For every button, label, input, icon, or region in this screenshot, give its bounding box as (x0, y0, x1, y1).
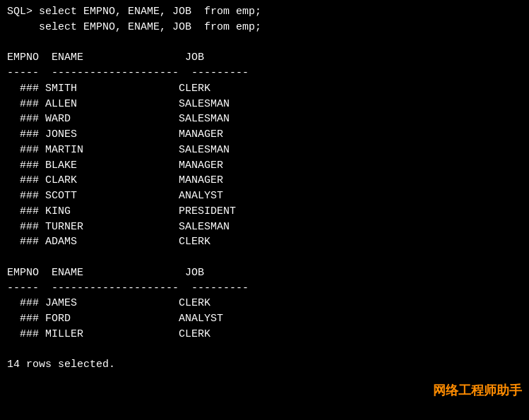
ename-header-2: ENAME (52, 267, 185, 279)
job-header: JOB (185, 52, 204, 64)
table-row: ### JONES MANAGER (7, 127, 522, 143)
table-row: ### WARD SALESMAN (7, 112, 522, 127)
table-row: ### CLARK MANAGER (7, 173, 522, 188)
watermark-text: 网络工程师助手 (433, 382, 522, 399)
table-row: ### BLAKE MANAGER (7, 158, 522, 174)
sql-prompt-line1: SQL> select EMPNO, ENAME, JOB from emp; (7, 4, 522, 20)
table-row: ### ADAMS CLERK (7, 234, 522, 250)
column-header-1: EMPNO ENAME JOB (7, 50, 522, 66)
separator-2: ----- -------------------- --------- (7, 281, 522, 296)
ename-header: ENAME (52, 52, 185, 64)
table-row: ### TURNER SALESMAN (7, 220, 522, 235)
table-row: ### SCOTT ANALYST (7, 188, 522, 204)
column-header-2: EMPNO ENAME JOB (7, 265, 522, 281)
table-row: ### FORD ANALYST (7, 311, 522, 327)
table-row: ### MILLER CLERK (7, 327, 522, 342)
empno-header: EMPNO (7, 52, 52, 64)
separator-1: ----- -------------------- --------- (7, 66, 522, 81)
terminal-window: SQL> select EMPNO, ENAME, JOB from emp; … (0, 0, 529, 420)
table-row: ### MARTIN SALESMAN (7, 143, 522, 158)
table-row: ### JAMES CLERK (7, 296, 522, 311)
job-header-2: JOB (185, 267, 204, 279)
blank-line-2 (7, 250, 522, 265)
table-row: ### ALLEN SALESMAN (7, 97, 522, 112)
rows-selected-footer: 14 rows selected. (7, 357, 522, 373)
sql-prompt-line2: select EMPNO, ENAME, JOB from emp; (7, 20, 522, 35)
blank-line-3 (7, 342, 522, 358)
table-row: ### KING PRESIDENT (7, 204, 522, 220)
table-row: ### SMITH CLERK (7, 81, 522, 97)
empno-header-2: EMPNO (7, 267, 52, 279)
blank-line-1 (7, 35, 522, 51)
